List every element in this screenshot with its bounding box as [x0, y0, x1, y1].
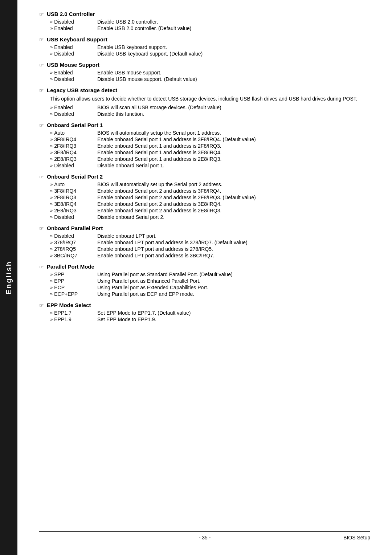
option-row: »3F8/IRQ4Enable onboard Serial port 2 an… [50, 188, 370, 194]
option-key: »EPP1.9 [50, 317, 97, 322]
arrow-icon: » [50, 181, 53, 187]
option-key: »Auto [50, 181, 97, 187]
option-desc: Enable onboard Serial port 2 and address… [97, 201, 370, 207]
option-key: »3BC/IRQ7 [50, 253, 97, 258]
option-key: »Enabled [50, 105, 97, 110]
option-row: »ECP+EPPUsing Parallel port as ECP and E… [50, 291, 370, 297]
option-row: »378/IRQ7Enable onboard LPT port and add… [50, 240, 370, 245]
page-container: English USB 2.0 Controller»DisabledDisab… [0, 0, 392, 555]
arrow-icon: » [50, 201, 53, 207]
option-desc: Disable onboard Serial port 1. [97, 163, 370, 168]
arrow-icon: » [50, 44, 53, 50]
option-key: »Disabled [50, 51, 97, 57]
option-desc: Enable onboard Serial port 2 and address… [97, 188, 370, 194]
option-row: »3BC/IRQ7Enable onboard LPT port and add… [50, 253, 370, 258]
option-desc: Using Parallel port as Enhanced Parallel… [97, 278, 370, 284]
arrow-icon: » [50, 317, 53, 322]
option-key: »2E8/IRQ3 [50, 208, 97, 213]
option-desc: Enable USB keyboard support. [97, 44, 370, 50]
option-row: »EnabledBIOS will scan all USB storage d… [50, 105, 370, 110]
section-title-usb-keyboard-support: USB Keyboard Support [39, 36, 370, 42]
option-row: »EnabledEnable USB 2.0 controller. (Defa… [50, 25, 370, 31]
option-row: »AutoBIOS will automatically set up the … [50, 181, 370, 187]
option-desc: Using Parallel port as ECP and EPP mode. [97, 291, 370, 297]
option-desc: Enable onboard LPT port and address is 2… [97, 246, 370, 252]
option-key: »3F8/IRQ4 [50, 136, 97, 142]
option-key: »EPP1.7 [50, 310, 97, 316]
option-desc: Enable onboard Serial port 1 and address… [97, 156, 370, 162]
option-desc: Enable onboard Serial port 1 and address… [97, 150, 370, 155]
arrow-icon: » [50, 195, 53, 200]
option-key: »Disabled [50, 19, 97, 25]
option-row: »DisabledDisable USB mouse support. (Def… [50, 76, 370, 82]
option-row: »278/IRQ5Enable onboard LPT port and add… [50, 246, 370, 252]
section-usb-mouse-support: USB Mouse Support»EnabledEnable USB mous… [39, 62, 370, 82]
option-row: »EnabledEnable USB keyboard support. [50, 44, 370, 50]
option-desc: Enable onboard Serial port 1 and address… [97, 136, 370, 142]
option-row: »3F8/IRQ4Enable onboard Serial port 1 an… [50, 136, 370, 142]
option-row: »SPPUsing Parallel port as Standard Para… [50, 272, 370, 277]
option-key: »2F8/IRQ3 [50, 143, 97, 149]
option-key: »Enabled [50, 25, 97, 31]
arrow-icon: » [50, 111, 53, 117]
arrow-icon: » [50, 156, 53, 162]
option-key: »ECP+EPP [50, 291, 97, 297]
option-row: »AutoBIOS will automatically setup the S… [50, 130, 370, 136]
option-desc: Disable onboard LPT port. [97, 233, 370, 239]
option-desc: Enable onboard LPT port and address is 3… [97, 253, 370, 258]
arrow-icon: » [50, 272, 53, 277]
option-key: »Disabled [50, 233, 97, 239]
option-row: »DisabledDisable onboard LPT port. [50, 233, 370, 239]
option-row: »3E8/IRQ4Enable onboard Serial port 2 an… [50, 201, 370, 207]
option-row: »2F8/IRQ3Enable onboard Serial port 1 an… [50, 143, 370, 149]
arrow-icon: » [50, 105, 53, 110]
option-desc: Using Parallel port as Standard Parallel… [97, 272, 370, 277]
arrow-icon: » [50, 143, 53, 148]
option-row: »EPP1.9Set EPP Mode to EPP1.9. [50, 317, 370, 322]
option-row: »EPP1.7Set EPP Mode to EPP1.7. (Default … [50, 310, 370, 316]
sidebar-label: English [5, 261, 13, 294]
arrow-icon: » [50, 150, 53, 155]
arrow-icon: » [50, 278, 53, 283]
option-desc: BIOS will scan all USB storage devices. … [97, 105, 370, 110]
option-key: »Enabled [50, 70, 97, 76]
option-row: »DisabledDisable onboard Serial port 1. [50, 163, 370, 168]
option-desc: Enable USB 2.0 controller. (Default valu… [97, 25, 370, 31]
option-row: »EPPUsing Parallel port as Enhanced Para… [50, 278, 370, 284]
option-key: »3E8/IRQ4 [50, 150, 97, 155]
option-desc: Disable this function. [97, 111, 370, 117]
section-legacy-usb-storage-detect: Legacy USB storage detectThis option all… [39, 87, 370, 117]
arrow-icon: » [50, 246, 53, 252]
arrow-icon: » [50, 240, 53, 245]
section-title-onboard-serial-port-1: Onboard Serial Port 1 [39, 122, 370, 128]
section-onboard-serial-port-2: Onboard Serial Port 2»AutoBIOS will auto… [39, 174, 370, 220]
option-desc: BIOS will automatically setup the Serial… [97, 130, 370, 136]
main-content: USB 2.0 Controller»DisabledDisable USB 2… [17, 0, 392, 555]
option-desc: Enable USB mouse support. [97, 70, 370, 76]
section-parallel-port-mode: Parallel Port Mode»SPPUsing Parallel por… [39, 264, 370, 297]
option-key: »Disabled [50, 163, 97, 168]
footer-page-number: - 35 - [75, 535, 334, 540]
option-row: »DisabledDisable this function. [50, 111, 370, 117]
arrow-icon: » [50, 214, 53, 220]
arrow-icon: » [50, 188, 53, 193]
arrow-icon: » [50, 25, 53, 31]
section-onboard-parallel-port: Onboard Parallel Port»DisabledDisable on… [39, 225, 370, 258]
option-row: »DisabledDisable USB 2.0 controller. [50, 19, 370, 25]
arrow-icon: » [50, 51, 53, 56]
option-row: »DisabledDisable USB keyboard support. (… [50, 51, 370, 57]
option-key: »ECP [50, 285, 97, 290]
option-key: »Disabled [50, 214, 97, 220]
section-usb-20-controller: USB 2.0 Controller»DisabledDisable USB 2… [39, 11, 370, 31]
option-desc: Enable onboard LPT port and address is 3… [97, 240, 370, 245]
section-title-onboard-parallel-port: Onboard Parallel Port [39, 225, 370, 231]
option-row: »2E8/IRQ3Enable onboard Serial port 2 an… [50, 208, 370, 213]
sidebar: English [0, 0, 17, 555]
option-desc: Enable onboard Serial port 2 and address… [97, 195, 370, 200]
arrow-icon: » [50, 291, 53, 297]
option-desc: Using Parallel port as Extended Capabili… [97, 285, 370, 290]
arrow-icon: » [50, 253, 53, 258]
option-desc: Disable USB 2.0 controller. [97, 19, 370, 25]
sections-container: USB 2.0 Controller»DisabledDisable USB 2… [39, 11, 370, 327]
option-desc: Disable USB keyboard support. (Default v… [97, 51, 370, 57]
